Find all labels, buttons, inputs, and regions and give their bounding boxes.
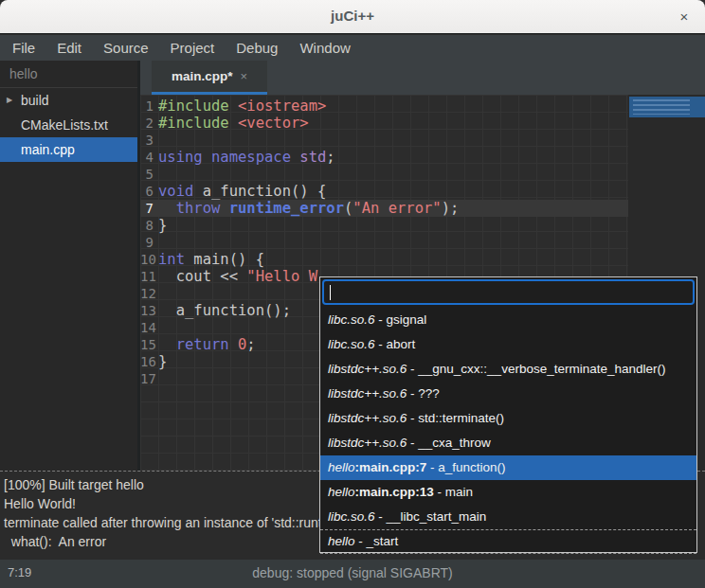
menu-item-source[interactable]: Source (100, 40, 152, 56)
code-token (291, 149, 299, 166)
stack-frame-fn: - __gnu_cxx::__verbose_terminate_handler… (407, 362, 665, 376)
code-token: int (158, 251, 185, 268)
code-line-text: int main() { (158, 251, 264, 268)
app-window: juCi++ × FileEditSourceProjectDebugWindo… (0, 0, 705, 588)
stack-frame-item[interactable]: hello - _start (320, 529, 696, 554)
menu-item-edit[interactable]: Edit (54, 40, 84, 56)
line-number: 6 (140, 183, 158, 200)
stack-frame-lib: libc.so.6 (328, 312, 375, 327)
tooltip-text-lines (633, 99, 690, 115)
popup-search-input[interactable] (322, 279, 695, 305)
stack-frame-item[interactable]: libstdc++.so.6 - ??? (320, 382, 696, 406)
stack-frame-lib: hello (328, 460, 355, 474)
stack-frame-item[interactable]: libstdc++.so.6 - std::terminate() (320, 406, 696, 431)
line-number: 13 (140, 302, 158, 319)
stack-frame-loc: :main.cpp:7 (355, 460, 427, 474)
code-line: 6void a_function() { (140, 183, 628, 200)
code-token (229, 115, 238, 132)
code-token: return (176, 336, 229, 353)
debug-tooltip-overlay (629, 97, 705, 117)
code-line: 9 (140, 234, 628, 251)
code-line-text: void a_function() { (158, 183, 326, 200)
stack-frame-fn: - gsignal (375, 312, 427, 327)
stack-trace-list: libc.so.6 - gsignallibc.so.6 - abortlibs… (320, 308, 696, 554)
tab-bar: main.cpp* × (140, 61, 705, 95)
stack-frame-item[interactable]: hello:main.cpp:13 - main (320, 480, 696, 505)
project-tree-sidebar: hello ▶buildCMakeLists.txtmain.cpp (0, 61, 137, 471)
menu-item-project[interactable]: Project (168, 40, 218, 56)
code-line: 2#include <vector> (140, 115, 628, 132)
expander-icon[interactable]: ▶ (7, 88, 12, 113)
code-token (158, 336, 176, 353)
tab-close-icon[interactable]: × (240, 69, 247, 83)
stack-frame-item[interactable]: libc.so.6 - abort (320, 332, 696, 357)
title-bar: juCi++ × (0, 0, 705, 34)
code-token (203, 149, 211, 166)
status-bar: 7:19 debug: stopped (signal SIGABRT) (0, 560, 705, 588)
code-line-text: a_function(); (158, 302, 291, 319)
line-number: 14 (140, 319, 158, 336)
stack-frame-fn: - a_function() (426, 460, 505, 474)
stack-frame-item[interactable]: libc.so.6 - __libc_start_main (320, 505, 696, 529)
line-number: 3 (140, 132, 158, 149)
stack-frame-lib: libstdc++.so.6 (328, 411, 407, 425)
stack-frame-fn: - ??? (407, 386, 440, 401)
code-line: 1#include <iostream> (140, 98, 628, 115)
code-token: } (158, 353, 167, 370)
menu-item-file[interactable]: File (9, 40, 38, 56)
stack-frame-item[interactable]: hello:main.cpp:7 - a_function() (320, 455, 696, 480)
stack-frame-fn: - __libc_start_main (375, 509, 487, 524)
code-line-text: #include <iostream> (158, 98, 326, 115)
line-number: 10 (140, 251, 158, 268)
code-token: "Hello W (246, 268, 317, 285)
code-line-text: throw runtime_error("An error"); (158, 200, 459, 217)
line-number: 17 (140, 370, 158, 387)
line-number: 5 (140, 166, 158, 183)
menu-item-window[interactable]: Window (297, 40, 352, 56)
code-token: #include (158, 115, 229, 132)
stack-frame-lib: libc.so.6 (328, 509, 375, 524)
stack-frame-fn: - main (434, 485, 473, 499)
code-token: cout << (158, 268, 246, 285)
stack-frame-lib: libc.so.6 (328, 337, 375, 351)
stack-frame-item[interactable]: libstdc++.so.6 - __gnu_cxx::__verbose_te… (320, 357, 696, 382)
line-number: 7 (140, 200, 158, 217)
line-number: 4 (140, 149, 158, 166)
code-token (158, 200, 176, 217)
code-token: } (158, 217, 167, 234)
line-number: 1 (140, 98, 158, 115)
project-tree-items: ▶buildCMakeLists.txtmain.cpp (0, 88, 137, 162)
sidebar-item-main-cpp[interactable]: main.cpp (0, 137, 137, 162)
line-number: 16 (140, 353, 158, 370)
sidebar-item-label: CMakeLists.txt (21, 117, 108, 133)
code-token (229, 98, 238, 115)
menu-item-debug[interactable]: Debug (233, 40, 280, 56)
code-line-text: return 0; (158, 336, 256, 353)
code-token: namespace (211, 149, 291, 166)
tab-main-cpp[interactable]: main.cpp* × (152, 61, 267, 95)
tab-label: main.cpp* (172, 69, 233, 83)
stack-frame-item[interactable]: libstdc++.so.6 - __cxa_throw (320, 431, 696, 455)
sidebar-item-build[interactable]: ▶build (0, 88, 137, 113)
code-token: ; (326, 149, 334, 166)
code-line: 8} (140, 217, 628, 234)
code-line: 7 throw runtime_error("An error"); (140, 200, 628, 217)
code-token: runtime_error (229, 200, 344, 217)
code-token: ( (344, 200, 352, 217)
stack-frame-fn: - _start (355, 534, 399, 548)
code-token: <iostream> (238, 98, 326, 115)
sidebar-item-label: build (21, 93, 49, 108)
code-line: 3 (140, 132, 628, 149)
code-line: 4using namespace std; (140, 149, 628, 166)
stack-frame-lib: libstdc++.so.6 (328, 386, 407, 401)
close-window-icon[interactable]: × (675, 8, 694, 27)
project-name-header: hello (0, 61, 137, 88)
code-token: 0 (238, 336, 246, 353)
code-token: <vector> (238, 115, 309, 132)
stack-frame-fn: - abort (375, 337, 416, 351)
sidebar-item-cmakelists-txt[interactable]: CMakeLists.txt (0, 113, 137, 137)
code-token (220, 200, 228, 217)
stack-frame-item[interactable]: libc.so.6 - gsignal (320, 308, 696, 332)
code-line-text: cout << "Hello W (158, 268, 317, 285)
line-number: 9 (140, 234, 158, 251)
